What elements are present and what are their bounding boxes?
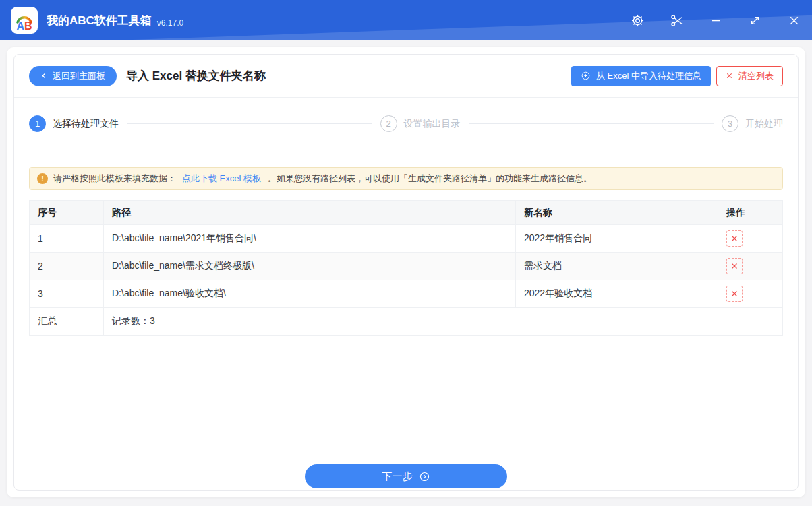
app-title: 我的ABC软件工具箱 [47,13,152,28]
next-step-button[interactable]: 下一步 [305,464,507,488]
step-2: 2 设置输出目录 [380,115,461,132]
next-step-label: 下一步 [382,470,413,483]
table-row: 3D:\abc\file_name\验收文档\2022年验收文档 [30,280,783,308]
notice-bar: ! 请严格按照此模板来填充数据： 点此下载 Excel 模板 。如果您没有路径列… [29,167,783,190]
x-icon [730,290,738,298]
table-header-row: 序号 路径 新名称 操作 [30,201,783,225]
cell-new-name: 2022年验收文档 [516,280,718,308]
close-icon [787,13,801,28]
x-icon [730,234,738,243]
column-header-no: 序号 [30,201,104,225]
delete-row-button[interactable] [726,286,743,302]
download-template-link[interactable]: 点此下载 Excel 模板 [182,172,261,185]
app-version: v6.17.0 [157,18,183,28]
panel-header: 返回到主面板 导入 Excel 替换文件夹名称 从 Excel 中导入待处理信息 [14,55,798,98]
minimize-button[interactable] [708,13,723,28]
table-row: 1D:\abc\file_name\2021年销售合同\2022年销售合同 [30,225,783,253]
cell-operation [718,280,783,308]
screenshot-button[interactable] [669,13,684,28]
cell-row-number: 3 [30,280,104,308]
clear-list-button[interactable]: 清空列表 [716,66,783,86]
step-3-number: 3 [722,115,738,132]
header-actions: 从 Excel 中导入待处理信息 清空列表 [571,66,783,86]
titlebar: AB 我的ABC软件工具箱 v6.17.0 [0,0,812,40]
step-2-number: 2 [380,115,397,132]
table-row: 2D:\abc\file_name\需求文档终极版\需求文档 [30,253,783,280]
cell-new-name: 2022年销售合同 [516,225,718,253]
column-header-operation: 操作 [718,201,783,225]
import-excel-button[interactable]: 从 Excel 中导入待处理信息 [571,66,711,86]
cell-path: D:\abc\file_name\2021年销售合同\ [104,225,516,253]
content-area: ! 请严格按照此模板来填充数据： 点此下载 Excel 模板 。如果您没有路径列… [14,132,798,336]
summary-label: 汇总 [30,308,104,336]
summary-value: 记录数：3 [104,308,783,336]
main-panel: 返回到主面板 导入 Excel 替换文件夹名称 从 Excel 中导入待处理信息 [13,54,799,491]
scissors-icon [670,13,684,28]
step-2-label: 设置输出目录 [404,118,461,130]
cell-row-number: 1 [30,225,104,253]
arrow-right-circle-icon [419,471,430,482]
clear-list-label: 清空列表 [738,70,774,82]
step-connector [469,123,714,124]
cell-path: D:\abc\file_name\需求文档终极版\ [104,253,516,280]
column-header-newname: 新名称 [516,201,718,225]
step-3-label: 开始处理 [745,118,783,130]
back-button-label: 返回到主面板 [53,70,105,82]
step-indicator: 1 选择待处理文件 2 设置输出目录 3 开始处理 [14,98,798,132]
plus-circle-icon [581,71,591,81]
window-controls [630,13,801,28]
summary-row: 汇总记录数：3 [30,308,783,336]
cell-new-name: 需求文档 [516,253,718,280]
delete-row-button[interactable] [726,230,743,247]
warning-icon: ! [37,173,48,184]
file-table: 序号 路径 新名称 操作 1D:\abc\file_name\2021年销售合同… [29,200,783,336]
step-3: 3 开始处理 [722,115,783,132]
cell-path: D:\abc\file_name\验收文档\ [104,280,516,308]
close-button[interactable] [786,13,801,28]
step-1-label: 选择待处理文件 [53,118,119,130]
cell-operation [718,253,783,280]
page-title: 导入 Excel 替换文件夹名称 [126,68,266,84]
gear-icon [631,13,645,28]
main-card: 返回到主面板 导入 Excel 替换文件夹名称 从 Excel 中导入待处理信息 [7,47,805,497]
app-logo: AB [11,7,38,34]
import-excel-label: 从 Excel 中导入待处理信息 [596,70,701,82]
x-icon [730,262,738,270]
notice-text-suffix: 。如果您没有路径列表，可以使用「生成文件夹路径清单」的功能来生成路径信息。 [268,172,592,185]
step-1-number: 1 [29,115,46,132]
minimize-icon [709,13,723,28]
page-background: 返回到主面板 导入 Excel 替换文件夹名称 从 Excel 中导入待处理信息 [0,40,812,506]
resize-icon [748,13,762,28]
notice-text: 请严格按照此模板来填充数据： [53,172,176,185]
back-button[interactable]: 返回到主面板 [29,66,117,86]
chevron-left-icon [40,71,47,80]
delete-row-button[interactable] [726,258,743,274]
logo-letters: AB [11,20,38,32]
step-connector [127,123,372,124]
cell-row-number: 2 [30,253,104,280]
settings-button[interactable] [630,13,645,28]
cell-operation [718,225,783,253]
column-header-path: 路径 [104,201,516,225]
x-icon [726,72,733,80]
step-1: 1 选择待处理文件 [29,115,119,132]
resize-button[interactable] [747,13,762,28]
